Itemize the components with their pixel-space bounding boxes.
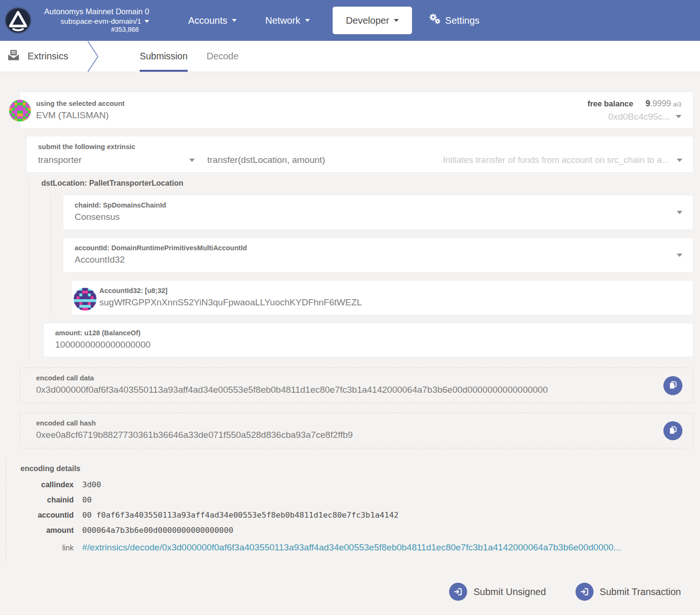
params-group: dstLocation: PalletTransporterLocation c… bbox=[29, 179, 693, 358]
encoding-details: encoding details callindex 3d00 chainid … bbox=[6, 457, 693, 561]
extrinsic-select-label: submit the following extrinsic bbox=[38, 143, 682, 151]
copy-icon bbox=[668, 425, 678, 436]
submit-actions: Submit Unsigned Submit Transaction bbox=[19, 583, 681, 615]
copy-call-data-button[interactable] bbox=[663, 376, 682, 395]
chevron-down-icon[interactable] bbox=[189, 159, 195, 162]
tab-decode[interactable]: Decode bbox=[197, 41, 248, 72]
encoding-row-accountid: accountid 00 f0af6f3a403550113a93aff4ad3… bbox=[20, 510, 693, 520]
section-label: Extrinsics bbox=[28, 51, 68, 62]
amount-value: 1000000000000000000 bbox=[55, 340, 681, 350]
copy-call-hash-button[interactable] bbox=[663, 421, 682, 440]
pallet-select[interactable]: transporter bbox=[38, 155, 207, 165]
encoded-call-data-value: 0x3d000000f0af6f3a403550113a93aff4ad34e0… bbox=[36, 385, 649, 395]
method-select[interactable]: transfer(dstLocation, amount) bbox=[207, 155, 325, 165]
submit-transaction-button[interactable]: Submit Transaction bbox=[575, 583, 681, 601]
method-description: Initiates transfer of funds from account… bbox=[443, 155, 682, 165]
sign-in-icon bbox=[449, 583, 467, 601]
account-select[interactable]: using the selected account EVM (TALISMAN… bbox=[19, 92, 693, 129]
mail-inbox-icon bbox=[7, 49, 20, 64]
encoded-call-hash-value: 0xee0a8cf6719b8827730361b36646a33de071f5… bbox=[36, 430, 649, 440]
chevron-down-icon[interactable] bbox=[144, 20, 149, 23]
chevron-down-icon[interactable] bbox=[677, 211, 682, 214]
chevron-down-icon bbox=[232, 19, 237, 22]
encoding-row-link: link #/extrinsics/decode/0x3d000000f0af6… bbox=[20, 542, 693, 553]
dstlocation-children: chainId: SpDomainsChainId Consensus acco… bbox=[50, 195, 693, 315]
nav-settings[interactable]: Settings bbox=[414, 7, 494, 34]
accountid-children: AccountId32: [u8;32] sugWfRGPPXnXnnS52Yi… bbox=[71, 280, 693, 315]
nav-network[interactable]: Network bbox=[251, 7, 324, 34]
account-identicon[interactable] bbox=[9, 100, 31, 122]
encoded-call-hash: encoded call hash 0xee0a8cf6719b88277303… bbox=[19, 413, 693, 448]
tab-submission[interactable]: Submission bbox=[130, 41, 197, 72]
section-extrinsics: Extrinsics bbox=[0, 41, 86, 72]
top-nav: Accounts Network Developer bbox=[174, 7, 494, 34]
autonomys-logo[interactable] bbox=[4, 7, 32, 34]
param-accountid32-input[interactable]: AccountId32: [u8;32] sugWfRGPPXnXnnS52Yi… bbox=[71, 280, 693, 315]
account-name: EVM (TALISMAN) bbox=[36, 110, 125, 121]
account-select-label: using the selected account bbox=[36, 100, 125, 107]
param-accountid-select[interactable]: accountId: DomainRuntimePrimitivesMultiA… bbox=[63, 237, 693, 273]
accountid32-identicon[interactable] bbox=[74, 288, 96, 311]
nav-accounts[interactable]: Accounts bbox=[174, 7, 251, 34]
nav-developer[interactable]: Developer bbox=[333, 7, 412, 34]
block-number: #353,868 bbox=[111, 26, 139, 34]
param-amount-input[interactable]: amount: u128 (BalanceOf) 100000000000000… bbox=[43, 323, 693, 357]
chainid-value: Consensus bbox=[75, 212, 681, 222]
extrinsics-form: using the selected account EVM (TALISMAN… bbox=[0, 72, 700, 615]
submit-unsigned-button[interactable]: Submit Unsigned bbox=[449, 583, 546, 601]
param-chainid-select[interactable]: chainId: SpDomainsChainId Consensus bbox=[63, 195, 693, 230]
encoded-call-data: encoded call data 0x3d000000f0af6f3a4035… bbox=[19, 368, 693, 403]
extrinsic-select: submit the following extrinsic transport… bbox=[26, 136, 693, 173]
chain-name: Autonomys Mainnet Domain 0 bbox=[44, 7, 149, 17]
encoding-row-chainid: chainid 00 bbox=[20, 495, 693, 505]
chevron-down-icon[interactable] bbox=[677, 159, 682, 162]
chevron-down-icon[interactable] bbox=[677, 254, 682, 257]
param-dstlocation-label: dstLocation: PalletTransporterLocation bbox=[41, 179, 693, 188]
chain-selector[interactable]: Autonomys Mainnet Domain 0 subspace-evm-… bbox=[44, 7, 149, 34]
section-chevron-divider bbox=[86, 41, 100, 72]
pallet-name: transporter bbox=[38, 155, 82, 165]
chevron-down-icon bbox=[305, 19, 310, 22]
gears-icon bbox=[428, 13, 441, 28]
app-header: Autonomys Mainnet Domain 0 subspace-evm-… bbox=[0, 0, 700, 41]
encoding-row-amount: amount 000064a7b3b6e00d0000000000000000 bbox=[20, 525, 693, 536]
copy-icon bbox=[668, 380, 678, 391]
free-balance: free balance9.9999ai3 bbox=[587, 99, 681, 109]
accountid-value: AccountId32 bbox=[75, 255, 681, 265]
chevron-down-icon bbox=[394, 19, 399, 22]
decode-link[interactable]: #/extrinsics/decode/0x3d000000f0af6f3a40… bbox=[82, 542, 621, 553]
tab-bar: Extrinsics Submission Decode bbox=[0, 41, 700, 72]
account-address-short[interactable]: 0xd0Bc4c95c... bbox=[587, 112, 681, 122]
chain-domain: subspace-evm-domain/1 bbox=[60, 17, 141, 26]
sign-in-icon bbox=[575, 583, 594, 601]
accountid32-value: sugWfRGPPXnXnnS52YiN3quFpwaoaLLYuochKYDF… bbox=[99, 297, 681, 308]
encoding-row-callindex: callindex 3d00 bbox=[20, 480, 693, 490]
tabs: Submission Decode bbox=[130, 41, 248, 72]
chevron-down-icon[interactable] bbox=[676, 115, 681, 118]
